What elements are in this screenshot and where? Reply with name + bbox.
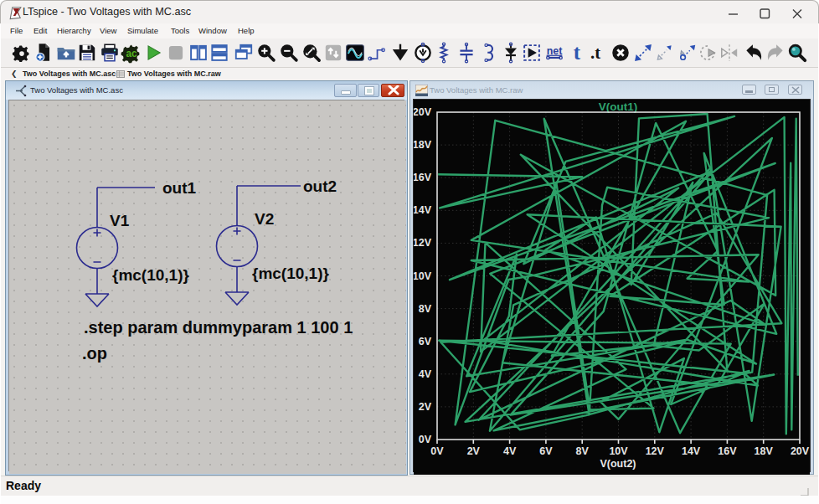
svg-text:10V: 10V	[609, 445, 628, 457]
svg-text:14V: 14V	[682, 445, 701, 457]
svg-text:net: net	[547, 45, 563, 57]
svg-text:20V: 20V	[791, 445, 810, 457]
svg-text:8V: 8V	[419, 303, 432, 315]
svg-text:.step param dummyparam 1 100 1: .step param dummyparam 1 100 1	[84, 318, 353, 337]
svg-text:V(out2): V(out2)	[600, 458, 636, 470]
svg-text:0V: 0V	[430, 445, 444, 457]
svg-text:10V: 10V	[414, 270, 432, 282]
svg-text:8V: 8V	[576, 445, 590, 457]
svg-text:t: t	[574, 42, 581, 64]
svg-text:12V: 12V	[646, 445, 665, 457]
svg-text:2V: 2V	[419, 401, 432, 413]
svg-text:12V: 12V	[414, 237, 432, 249]
svg-text:.t: .t	[590, 44, 600, 62]
svg-text:{mc(10,1)}: {mc(10,1)}	[112, 266, 189, 284]
svg-text:6V: 6V	[419, 336, 432, 347]
svg-text:16V: 16V	[718, 445, 737, 457]
svg-text:18V: 18V	[755, 445, 774, 457]
svg-text:16V: 16V	[414, 172, 432, 183]
svg-text:0V: 0V	[419, 434, 432, 445]
svg-text:4V: 4V	[503, 445, 517, 457]
svg-text:20V: 20V	[414, 106, 432, 118]
svg-text:18V: 18V	[414, 139, 432, 151]
svg-text:ac: ac	[126, 48, 137, 59]
svg-text:out2: out2	[303, 177, 337, 195]
svg-text:V(out1): V(out1)	[599, 100, 638, 113]
svg-text:4V: 4V	[419, 368, 432, 380]
svg-text:out1: out1	[162, 179, 197, 197]
svg-text:.op: .op	[82, 344, 107, 363]
svg-text:6V: 6V	[539, 445, 553, 457]
svg-text:{mc(10,1)}: {mc(10,1)}	[252, 265, 329, 282]
svg-text:V2: V2	[255, 210, 274, 228]
svg-text:14V: 14V	[414, 204, 432, 216]
svg-text:V1: V1	[110, 212, 130, 229]
svg-text:2V: 2V	[467, 445, 481, 457]
